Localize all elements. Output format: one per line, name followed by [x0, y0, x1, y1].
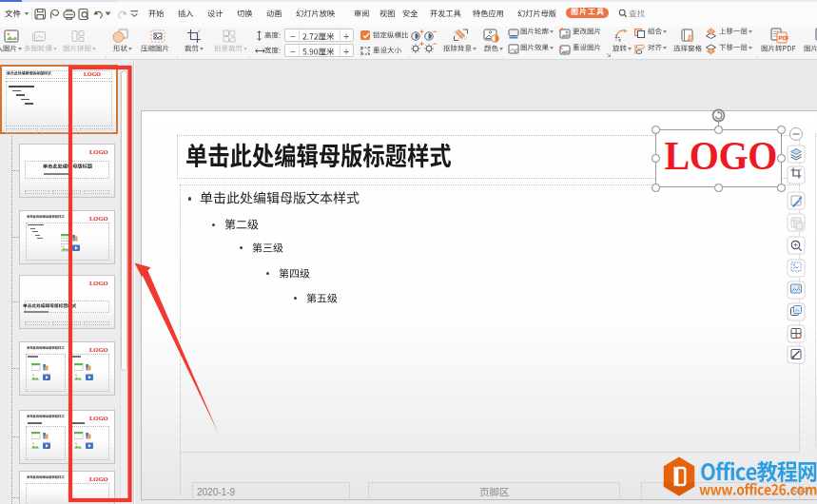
svg-text:PDF: PDF	[779, 35, 789, 41]
